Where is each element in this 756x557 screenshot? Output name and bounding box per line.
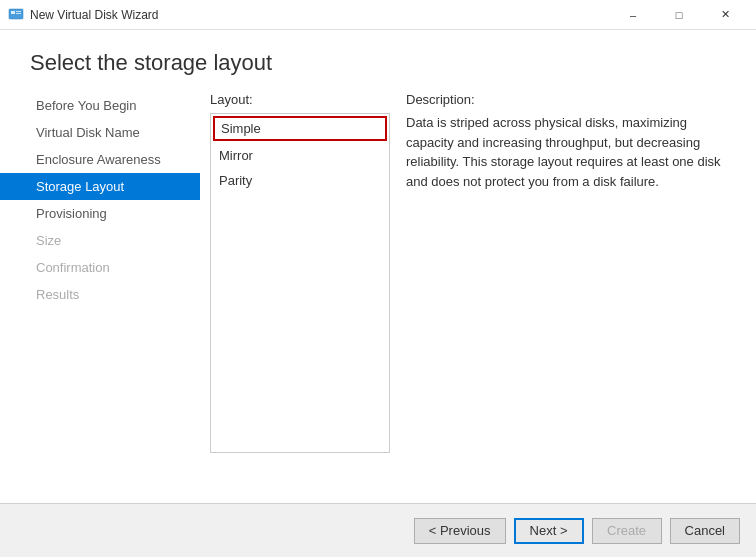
sidebar-item-before-you-begin[interactable]: Before You Begin (0, 92, 200, 119)
previous-button[interactable]: < Previous (414, 518, 506, 544)
sidebar-item-enclosure-awareness[interactable]: Enclosure Awareness (0, 146, 200, 173)
layout-header: Layout: (210, 92, 390, 107)
minimize-button[interactable]: – (610, 0, 656, 30)
page-header: Select the storage layout (0, 30, 756, 92)
window-title: New Virtual Disk Wizard (30, 8, 610, 22)
description-header: Description: (406, 92, 736, 107)
description-column: Description: Data is striped across phys… (390, 92, 736, 503)
layout-item-simple[interactable]: Simple (213, 116, 387, 141)
sidebar-item-virtual-disk-name[interactable]: Virtual Disk Name (0, 119, 200, 146)
svg-rect-2 (16, 11, 21, 12)
layout-list: Simple Mirror Parity (210, 113, 390, 453)
layout-item-parity[interactable]: Parity (211, 168, 389, 193)
wizard-icon (8, 7, 24, 23)
maximize-button[interactable]: □ (656, 0, 702, 30)
cancel-button[interactable]: Cancel (670, 518, 740, 544)
sidebar-item-size: Size (0, 227, 200, 254)
sidebar-item-storage-layout[interactable]: Storage Layout (0, 173, 200, 200)
page-title: Select the storage layout (30, 50, 726, 76)
content-area: Before You Begin Virtual Disk Name Enclo… (0, 92, 756, 503)
titlebar: New Virtual Disk Wizard – □ ✕ (0, 0, 756, 30)
main-window: Select the storage layout Before You Beg… (0, 30, 756, 557)
description-text: Data is striped across physical disks, m… (406, 113, 736, 191)
layout-item-mirror[interactable]: Mirror (211, 143, 389, 168)
panel-row: Layout: Simple Mirror Parity Description… (210, 92, 736, 503)
footer: < Previous Next > Create Cancel (0, 503, 756, 557)
sidebar: Before You Begin Virtual Disk Name Enclo… (0, 92, 200, 503)
main-panel: Layout: Simple Mirror Parity Description… (200, 92, 756, 503)
svg-rect-1 (11, 11, 15, 14)
sidebar-item-provisioning[interactable]: Provisioning (0, 200, 200, 227)
window-controls: – □ ✕ (610, 0, 748, 30)
svg-rect-3 (16, 13, 21, 14)
next-button[interactable]: Next > (514, 518, 584, 544)
sidebar-item-confirmation: Confirmation (0, 254, 200, 281)
layout-column: Layout: Simple Mirror Parity (210, 92, 390, 503)
create-button[interactable]: Create (592, 518, 662, 544)
sidebar-item-results: Results (0, 281, 200, 308)
close-button[interactable]: ✕ (702, 0, 748, 30)
